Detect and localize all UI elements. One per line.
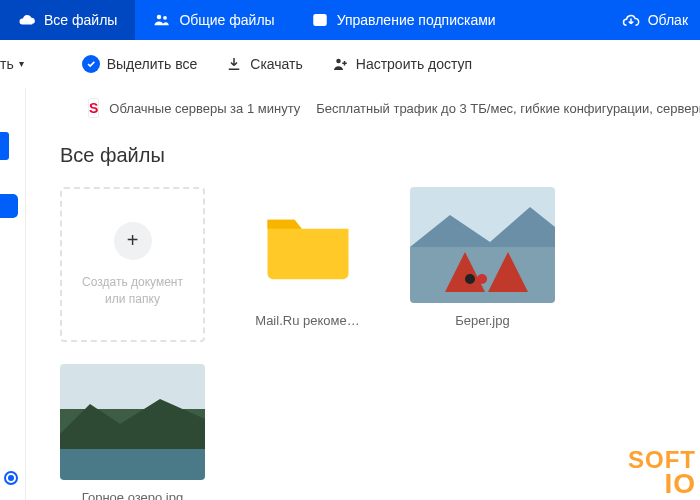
download-button[interactable]: Скачать — [225, 55, 303, 73]
file-name: Берег.jpg — [410, 313, 555, 328]
nav-tab-label: Управление подписками — [337, 12, 496, 28]
cloud-icon — [18, 11, 36, 29]
image-thumbnail — [60, 364, 205, 480]
nav-cloud-button[interactable]: Облак — [610, 0, 700, 40]
create-label: Создать документили папку — [82, 274, 183, 308]
toolbar-dropdown-label: ть — [0, 56, 14, 72]
promo-badge: S — [88, 98, 99, 118]
svg-point-1 — [164, 16, 168, 20]
promo-banner[interactable]: S Облачные серверы за 1 минуту Бесплатны… — [60, 88, 700, 136]
select-all-button[interactable]: Выделить все — [82, 55, 198, 73]
svg-rect-3 — [316, 18, 324, 20]
view-toggle-radio[interactable] — [4, 471, 18, 488]
nav-tab-all-files[interactable]: Все файлы — [0, 0, 135, 40]
image-thumbnail — [410, 187, 555, 303]
top-nav: Все файлы Общие файлы Управление подписк… — [0, 0, 700, 40]
file-grid: + Создать документили папку Mail.Ru реко… — [60, 187, 700, 500]
people-icon — [153, 11, 171, 29]
nav-tab-subscriptions[interactable]: Управление подписками — [293, 0, 514, 40]
file-name: Горное озеро.jpg — [60, 490, 205, 500]
nav-tab-shared-files[interactable]: Общие файлы — [135, 0, 292, 40]
left-gutter — [0, 88, 26, 500]
nav-tab-label: Все файлы — [44, 12, 117, 28]
file-tile-image[interactable]: Берег.jpg — [410, 187, 555, 342]
svg-rect-14 — [60, 364, 205, 409]
promo-text-1: Облачные серверы за 1 минуту — [109, 101, 300, 116]
file-tile-image[interactable]: Горное озеро.jpg — [60, 364, 205, 500]
nav-cloud-label: Облак — [648, 12, 688, 28]
user-share-icon — [331, 55, 349, 73]
file-tile-folder[interactable]: Mail.Ru рекоме… — [235, 187, 380, 342]
share-label: Настроить доступ — [356, 56, 472, 72]
download-icon — [225, 55, 243, 73]
file-name: Mail.Ru рекоме… — [235, 313, 380, 328]
share-button[interactable]: Настроить доступ — [331, 55, 472, 73]
svg-point-4 — [336, 58, 341, 63]
content: S Облачные серверы за 1 минуту Бесплатны… — [26, 88, 700, 500]
section-title: Все файлы — [60, 144, 700, 167]
select-all-label: Выделить все — [107, 56, 198, 72]
svg-point-0 — [157, 15, 162, 20]
create-tile[interactable]: + Создать документили папку — [60, 187, 205, 342]
plus-icon: + — [114, 222, 152, 260]
svg-rect-16 — [60, 449, 205, 480]
chevron-down-icon: ▾ — [19, 58, 24, 69]
svg-point-13 — [477, 274, 487, 284]
gutter-accent — [0, 132, 9, 160]
download-label: Скачать — [250, 56, 303, 72]
folder-icon — [262, 209, 354, 281]
nav-tab-label: Общие файлы — [179, 12, 274, 28]
cloud-download-icon — [622, 11, 640, 29]
svg-point-12 — [465, 274, 475, 284]
gutter-active-indicator — [0, 194, 18, 218]
subscription-icon — [311, 11, 329, 29]
nav-spacer — [514, 0, 610, 40]
svg-point-6 — [8, 475, 14, 481]
promo-text-2: Бесплатный трафик до 3 ТБ/мес, гибкие ко… — [316, 101, 700, 116]
check-circle-icon — [82, 55, 100, 73]
toolbar: ть ▾ Выделить все Скачать Настроить дост… — [0, 40, 700, 88]
toolbar-dropdown[interactable]: ть ▾ — [0, 56, 24, 72]
